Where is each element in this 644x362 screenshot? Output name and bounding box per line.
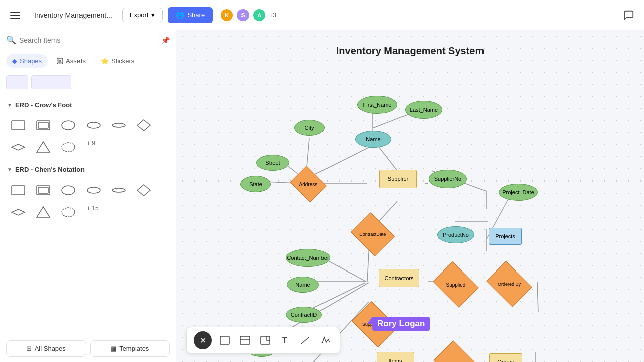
shape-triangle-2[interactable] xyxy=(32,203,54,222)
svg-rect-13 xyxy=(12,186,25,195)
note-tool[interactable] xyxy=(258,333,272,347)
chen-more[interactable]: + 15 xyxy=(83,203,103,222)
main-layout: 🔍 📌 ◆ Shapes 🖼 Assets ⭐ Stickers xyxy=(0,30,644,362)
cursor-label-rory: Rory Logan xyxy=(372,317,430,331)
close-button[interactable]: ✕ xyxy=(194,331,212,349)
svg-marker-19 xyxy=(137,185,150,196)
node-last-name[interactable]: Last_Name xyxy=(405,101,442,119)
svg-point-18 xyxy=(112,188,125,192)
svg-point-7 xyxy=(87,122,100,128)
svg-point-12 xyxy=(62,143,75,152)
shape-oval-6[interactable] xyxy=(108,180,130,200)
pin-icon[interactable]: 📌 xyxy=(161,36,170,44)
node-supplier[interactable]: Supplier xyxy=(379,170,417,188)
star-icon: ⭐ xyxy=(101,57,109,65)
svg-text:T: T xyxy=(282,336,287,345)
svg-rect-15 xyxy=(38,187,48,193)
node-contact-number[interactable]: Contact_Number xyxy=(286,249,330,267)
shape-diamond-2[interactable] xyxy=(7,138,29,157)
document-title[interactable]: Inventory Management... xyxy=(29,8,117,22)
table-tool[interactable] xyxy=(238,333,252,347)
templates-button[interactable]: ▦ Templates xyxy=(90,340,170,357)
shape-dashed-oval[interactable] xyxy=(57,138,79,157)
svg-rect-1 xyxy=(10,15,20,16)
node-orders[interactable]: Orders xyxy=(489,353,522,362)
collaborator-avatars: K S A +3 xyxy=(220,8,276,22)
avatar-count: +3 xyxy=(269,12,276,19)
node-name-contractors[interactable]: Name xyxy=(287,277,319,293)
shape-oval-4[interactable] xyxy=(57,180,79,200)
line-tool[interactable] xyxy=(298,333,312,347)
tab-bar: ◆ Shapes 🖼 Assets ⭐ Stickers xyxy=(0,50,176,72)
globe-icon: 🌐 xyxy=(176,11,184,19)
svg-marker-21 xyxy=(37,207,50,217)
node-state[interactable]: State xyxy=(240,176,271,192)
shape-oval-2[interactable] xyxy=(83,116,105,135)
svg-point-6 xyxy=(62,121,75,130)
topbar: Inventory Management... Export ▾ 🌐 Share… xyxy=(0,0,644,30)
menu-button[interactable] xyxy=(6,6,24,24)
svg-marker-10 xyxy=(12,144,25,150)
svg-rect-3 xyxy=(12,121,25,130)
shape-oval-1[interactable] xyxy=(57,116,79,135)
shape-panel: ▼ ERD - Crow's Foot xyxy=(0,93,176,335)
shape-diamond-1[interactable] xyxy=(133,116,155,135)
svg-point-17 xyxy=(87,187,100,193)
avatar-3[interactable]: A xyxy=(252,8,266,22)
rect-tool[interactable] xyxy=(218,333,232,347)
node-contract-id[interactable]: ContractID xyxy=(286,307,322,323)
node-name-top[interactable]: Name xyxy=(355,131,391,148)
canvas-area[interactable]: Inventory Management System xyxy=(176,30,644,362)
cursor-rory-logan: Rory Logan xyxy=(367,317,430,331)
section-erd-chen[interactable]: ▼ ERD - Chen's Notation xyxy=(0,162,176,177)
shape-rect-2[interactable] xyxy=(7,180,29,200)
svg-rect-58 xyxy=(220,336,229,344)
node-project-date[interactable]: Project_Date xyxy=(499,184,538,201)
shape-dashed-oval-2[interactable] xyxy=(57,203,79,222)
tab-stickers[interactable]: ⭐ Stickers xyxy=(95,54,140,68)
shape-double-rect-2[interactable] xyxy=(32,180,54,200)
tab-shapes[interactable]: ◆ Shapes xyxy=(6,54,48,68)
chevron-down-icon: ▼ xyxy=(7,102,12,108)
svg-point-22 xyxy=(62,208,75,217)
section-erd-crowfoot[interactable]: ▼ ERD - Crow's Foot xyxy=(0,97,176,113)
all-shapes-button[interactable]: ⊞ All Shapes xyxy=(6,340,86,357)
node-supplier-no[interactable]: SupplierNo xyxy=(429,170,467,188)
node-projects[interactable]: Projects xyxy=(489,228,522,245)
search-input[interactable] xyxy=(19,36,158,44)
cursor-arrow-rory xyxy=(367,317,372,324)
node-contractors[interactable]: Contractors xyxy=(379,269,419,287)
sidebar: 🔍 📌 ◆ Shapes 🖼 Assets ⭐ Stickers xyxy=(0,30,176,362)
export-button[interactable]: Export ▾ xyxy=(122,8,163,22)
node-product-no[interactable]: ProductNo xyxy=(437,226,474,243)
diamond-icon: ◆ xyxy=(12,57,17,65)
node-city[interactable]: City xyxy=(294,120,325,136)
canvas-background xyxy=(176,30,644,362)
comment-button[interactable] xyxy=(620,6,638,24)
node-items[interactable]: Items xyxy=(377,352,414,362)
tab-assets[interactable]: 🖼 Assets xyxy=(51,54,92,68)
shape-oval-3[interactable] xyxy=(108,116,130,135)
image-icon: 🖼 xyxy=(57,57,63,65)
shape-double-rect[interactable] xyxy=(32,116,54,135)
svg-line-63 xyxy=(301,337,309,344)
svg-rect-59 xyxy=(240,336,250,344)
svg-marker-9 xyxy=(137,120,150,131)
search-bar: 🔍 📌 xyxy=(0,30,176,50)
avatar-1[interactable]: K xyxy=(220,8,234,22)
node-street[interactable]: Street xyxy=(256,155,289,171)
diagram-title: Inventory Management System xyxy=(336,45,485,57)
text-tool[interactable]: T xyxy=(278,333,292,347)
sidebar-bottom-bar: ⊞ All Shapes ▦ Templates xyxy=(0,335,176,362)
draw-tool[interactable] xyxy=(318,333,333,347)
avatar-2[interactable]: S xyxy=(236,8,250,22)
shape-triangle-1[interactable] xyxy=(32,138,54,157)
crowfoot-more[interactable]: + 9 xyxy=(83,138,99,157)
svg-rect-0 xyxy=(10,12,20,13)
shape-rect-1[interactable] xyxy=(7,116,29,135)
shape-oval-5[interactable] xyxy=(83,180,105,200)
node-first-name[interactable]: First_Name xyxy=(357,96,397,114)
share-button[interactable]: 🌐 Share xyxy=(168,7,213,23)
shape-diamond-4[interactable] xyxy=(7,203,29,222)
shape-diamond-3[interactable] xyxy=(133,180,155,200)
